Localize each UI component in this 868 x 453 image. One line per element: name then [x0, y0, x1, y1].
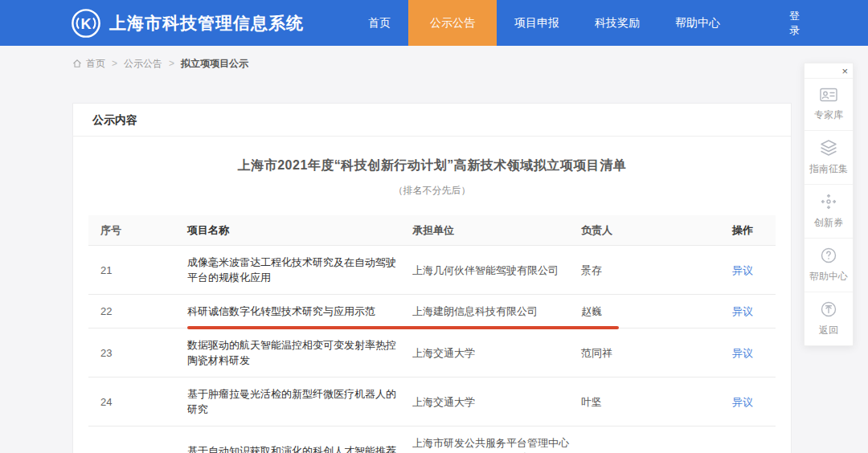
brand[interactable]: K 上海市科技管理信息系统 [0, 0, 304, 46]
help-center-icon [820, 247, 837, 264]
table-row: 21 成像毫米波雷达工程化技术研究及在自动驾驶平台的规模化应用 上海几何伙伴智能… [88, 246, 776, 295]
nav-item-project-application[interactable]: 项目申报 [497, 0, 577, 46]
table-row: 23 数据驱动的航天智能温控相变可变发射率热控陶瓷材料研发 上海交通大学 范同祥… [88, 329, 776, 378]
panel-item-innovation-voucher[interactable]: 创新券 [805, 184, 853, 238]
breadcrumb-current-page: 拟立项项目公示 [181, 57, 248, 71]
header-action: 操作 [710, 215, 776, 245]
guide-collection-icon [819, 139, 838, 157]
row-seq: 23 [88, 337, 187, 369]
breadcrumb-separator: > [112, 58, 117, 69]
panel-item-help-center[interactable]: 帮助中心 [805, 238, 853, 292]
row-seq: 22 [88, 295, 187, 328]
row-seq: 21 [88, 254, 187, 287]
panel-item-label: 返回 [819, 324, 838, 336]
objection-link[interactable]: 异议 [732, 264, 753, 276]
row-project: 基于肿瘤拉曼光活检的新型纤微医疗机器人的研究 [187, 378, 412, 426]
row-project: 成像毫米波雷达工程化技术研究及在自动驾驶平台的规模化应用 [187, 246, 412, 294]
home-icon [72, 59, 82, 68]
app-logo-icon: K [71, 8, 101, 39]
announcement-card: 公示内容 上海市2021年度“科技创新行动计划”高新技术领域拟立项项目清单 （排… [72, 103, 792, 453]
breadcrumb-announcements[interactable]: 公示公告 [124, 57, 162, 71]
quick-access-panel: × 专家库 指南征集 [804, 63, 854, 346]
nav-item-help-center[interactable]: 帮助中心 [657, 0, 738, 46]
table-row: 25 基于自动知识获取和演化的科创人才智能推荐平台关键技术研究与应用示范 上海市… [88, 426, 776, 453]
project-table: 序号 项目名称 承担单位 负责人 操作 21 成像毫米波雷达工程化技术研究及在自… [88, 215, 776, 453]
row-seq: 24 [88, 386, 187, 418]
header-leader: 负责人 [581, 215, 710, 245]
card-header: 公示内容 [73, 104, 791, 137]
row-project: 基于自动知识获取和演化的科创人才智能推荐平台关键技术研究与应用示范 [187, 435, 412, 453]
nav-item-sci-tech-awards[interactable]: 科技奖励 [577, 0, 657, 46]
close-icon[interactable]: × [841, 66, 848, 77]
panel-item-label: 帮助中心 [809, 271, 848, 282]
panel-item-label: 创新券 [814, 217, 843, 228]
row-leader: 何军 [581, 442, 710, 453]
nav-item-home[interactable]: 首页 [350, 0, 408, 46]
row-org: 上海建朗信息科技有限公司 [412, 295, 581, 328]
header-seq: 序号 [88, 215, 187, 245]
app-title: 上海市科技管理信息系统 [109, 12, 304, 35]
back-icon [820, 300, 837, 318]
header-project: 项目名称 [187, 215, 412, 245]
page-subtitle: （排名不分先后） [73, 184, 791, 198]
svg-text:K: K [80, 15, 91, 31]
table-row-highlighted: 22 科研诚信数字化转型技术研究与应用示范 上海建朗信息科技有限公司 赵巍 异议 [88, 295, 776, 329]
row-leader: 叶坚 [581, 386, 710, 418]
nav-menu: 首页 公示公告 项目申报 科技奖励 帮助中心 [350, 0, 738, 46]
row-org: 上海交通大学 [412, 386, 581, 418]
innovation-voucher-icon [820, 193, 837, 210]
breadcrumb-separator: > [169, 58, 174, 69]
row-seq: 25 [88, 442, 187, 453]
top-navbar: K 上海市科技管理信息系统 首页 公示公告 项目申报 科技奖励 帮助中心 登录 [0, 0, 868, 46]
row-org: 上海几何伙伴智能驾驶有限公司 [412, 254, 581, 287]
breadcrumb: 首页 > 公示公告 > 拟立项项目公示 [0, 46, 868, 81]
panel-item-guide-collection[interactable]: 指南征集 [805, 130, 853, 184]
objection-link[interactable]: 异议 [732, 347, 753, 359]
row-project: 科研诚信数字化转型技术研究与应用示范 [187, 295, 412, 328]
row-org: 上海交通大学 [412, 337, 581, 369]
panel-item-expert-database[interactable]: 专家库 [805, 78, 853, 130]
objection-link[interactable]: 异议 [732, 396, 753, 408]
page-title: 上海市2021年度“科技创新行动计划”高新技术领域拟立项项目清单 [73, 157, 791, 174]
objection-link[interactable]: 异议 [732, 305, 753, 317]
row-leader: 范同祥 [581, 337, 710, 369]
row-leader: 景存 [581, 254, 710, 287]
row-leader: 赵巍 [581, 295, 710, 328]
breadcrumb-home[interactable]: 首页 [86, 57, 105, 71]
panel-item-back[interactable]: 返回 [805, 292, 853, 345]
table-header-row: 序号 项目名称 承担单位 负责人 操作 [88, 215, 776, 246]
row-project: 数据驱动的航天智能温控相变可变发射率热控陶瓷材料研发 [187, 329, 412, 377]
login-button[interactable]: 登录 [789, 0, 800, 46]
panel-item-label: 专家库 [814, 109, 843, 120]
row-org: 上海市研发公共服务平台管理中心(上海市科技人才发展中心、上海市外国人来华工作服务… [412, 426, 581, 453]
nav-item-announcements[interactable]: 公示公告 [408, 0, 497, 46]
table-row: 24 基于肿瘤拉曼光活检的新型纤微医疗机器人的研究 上海交通大学 叶坚 异议 [88, 378, 776, 426]
header-org: 承担单位 [412, 215, 581, 245]
panel-item-label: 指南征集 [809, 163, 848, 174]
expert-database-icon [819, 87, 838, 103]
